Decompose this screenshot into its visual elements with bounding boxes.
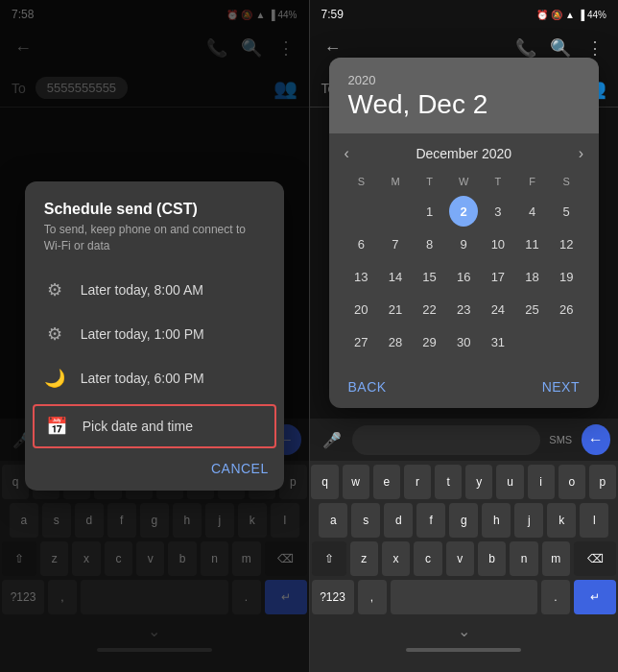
key-r-w[interactable]: w bbox=[343, 465, 369, 499]
key-r-c[interactable]: c bbox=[414, 541, 441, 576]
key-r-p[interactable]: p bbox=[589, 465, 616, 499]
key-r-k[interactable]: k bbox=[547, 503, 576, 538]
key-r-h[interactable]: h bbox=[482, 503, 511, 538]
dialog-option-1[interactable]: ⚙ Later today, 8:00 AM bbox=[25, 268, 284, 312]
cal-day-9[interactable]: 9 bbox=[449, 228, 478, 259]
dialog-option-3[interactable]: 🌙 Later today, 6:00 PM bbox=[25, 356, 284, 400]
key-r-z[interactable]: z bbox=[350, 541, 378, 576]
cal-day-26[interactable]: 26 bbox=[552, 294, 581, 324]
cal-day-11[interactable]: 11 bbox=[518, 228, 547, 259]
time-right: 7:59 bbox=[321, 8, 344, 21]
key-r-o[interactable]: o bbox=[559, 465, 585, 499]
weekday-t2: T bbox=[481, 172, 515, 191]
dialog-option-1-text: Later today, 8:00 AM bbox=[81, 282, 203, 298]
cal-day-6[interactable]: 6 bbox=[346, 228, 375, 259]
dialog-option-3-text: Later today, 6:00 PM bbox=[81, 371, 204, 386]
cal-day-4[interactable]: 4 bbox=[518, 196, 547, 227]
cal-day-28[interactable]: 28 bbox=[381, 326, 410, 357]
cal-day-14[interactable]: 14 bbox=[381, 261, 410, 292]
cal-year: 2020 bbox=[348, 73, 581, 87]
key-r-y[interactable]: y bbox=[465, 465, 492, 499]
key-r-num[interactable]: ?123 bbox=[312, 580, 354, 614]
right-panel: 7:59 ⏰ 🔕 ▲ ▐ 44% ← 📞 🔍 ⋮ To 5555555555 👥… bbox=[310, 0, 619, 672]
key-r-q[interactable]: q bbox=[311, 465, 338, 499]
key-r-v[interactable]: v bbox=[446, 541, 474, 576]
nav-chevron-right[interactable]: ⌄ bbox=[312, 618, 617, 644]
cal-day-24[interactable]: 24 bbox=[484, 294, 512, 324]
dialog-option-4[interactable]: 📅 Pick date and time bbox=[35, 406, 274, 446]
cal-day-10[interactable]: 10 bbox=[484, 228, 512, 259]
cal-day-18[interactable]: 18 bbox=[518, 261, 547, 292]
key-r-enter[interactable]: ↵ bbox=[574, 580, 616, 614]
cal-day-25[interactable]: 25 bbox=[518, 294, 547, 324]
cal-empty-1 bbox=[346, 196, 375, 227]
cancel-button[interactable]: Cancel bbox=[211, 461, 269, 476]
key-r-period[interactable]: . bbox=[541, 580, 570, 614]
calendar-modal: 2020 Wed, Dec 2 ‹ December 2020 › S M T … bbox=[329, 58, 600, 408]
key-r-space[interactable] bbox=[391, 580, 538, 614]
key-r-s[interactable]: s bbox=[351, 503, 380, 538]
cal-day-8[interactable]: 8 bbox=[416, 228, 444, 259]
cal-day-16[interactable]: 16 bbox=[449, 261, 478, 292]
dialog-subtitle: To send, keep phone on and connect to Wi… bbox=[25, 222, 284, 268]
keyboard-row-r4: ?123 , . ↵ bbox=[312, 580, 617, 614]
key-r-b[interactable]: b bbox=[478, 541, 506, 576]
key-r-a[interactable]: a bbox=[319, 503, 347, 538]
schedule-icon-2: ⚙ bbox=[44, 324, 65, 345]
key-r-e[interactable]: e bbox=[373, 465, 400, 499]
cal-empty-4 bbox=[552, 326, 581, 357]
alarm-icon-right: ⏰ bbox=[536, 10, 548, 20]
key-r-g[interactable]: g bbox=[449, 503, 478, 538]
cal-day-21[interactable]: 21 bbox=[381, 294, 410, 324]
key-r-l[interactable]: l bbox=[580, 503, 608, 538]
cal-weekdays: S M T W T F S bbox=[345, 172, 584, 191]
cal-day-23[interactable]: 23 bbox=[449, 294, 478, 324]
cal-day-13[interactable]: 13 bbox=[346, 261, 375, 292]
key-r-r[interactable]: r bbox=[404, 465, 431, 499]
bottom-bar-right bbox=[312, 644, 617, 654]
key-r-comma[interactable]: , bbox=[358, 580, 387, 614]
cal-day-17[interactable]: 17 bbox=[484, 261, 512, 292]
cal-day-29[interactable]: 29 bbox=[416, 326, 444, 357]
dialog-title: Schedule send (CST) bbox=[25, 201, 284, 222]
key-r-d[interactable]: d bbox=[384, 503, 413, 538]
cal-day-5[interactable]: 5 bbox=[552, 196, 581, 227]
key-r-n[interactable]: n bbox=[510, 541, 537, 576]
back-button[interactable]: Back bbox=[348, 379, 387, 395]
key-r-u[interactable]: u bbox=[496, 465, 523, 499]
key-r-backspace[interactable]: ⌫ bbox=[574, 541, 616, 576]
cal-day-22[interactable]: 22 bbox=[416, 294, 444, 324]
cal-day-19[interactable]: 19 bbox=[552, 261, 581, 292]
key-r-f[interactable]: f bbox=[416, 503, 445, 538]
cal-day-2[interactable]: 2 bbox=[449, 196, 478, 227]
cal-empty-2 bbox=[381, 196, 410, 227]
keyboard-row-r2: a s d f g h j k l bbox=[312, 503, 617, 538]
cal-day-1[interactable]: 1 bbox=[416, 196, 444, 227]
key-r-m[interactable]: m bbox=[542, 541, 570, 576]
cal-day-7[interactable]: 7 bbox=[381, 228, 410, 259]
key-r-shift[interactable]: ⇧ bbox=[312, 541, 346, 576]
mic-icon-right[interactable]: 🎤 bbox=[318, 424, 347, 455]
signal-icon-right: ▐ bbox=[578, 10, 584, 20]
send-button-right[interactable]: ← bbox=[582, 424, 611, 455]
cal-day-31[interactable]: 31 bbox=[484, 326, 512, 357]
cal-month-title: December 2020 bbox=[416, 146, 511, 161]
cal-next-arrow[interactable]: › bbox=[579, 145, 583, 162]
cal-days: 1 2 3 4 5 6 7 8 9 10 11 12 13 14 15 16 1… bbox=[345, 195, 584, 358]
key-r-i[interactable]: i bbox=[528, 465, 555, 499]
cal-month-nav: ‹ December 2020 › bbox=[345, 145, 584, 162]
key-r-x[interactable]: x bbox=[382, 541, 410, 576]
cal-day-20[interactable]: 20 bbox=[346, 294, 375, 324]
pick-date-container[interactable]: 📅 Pick date and time bbox=[33, 404, 276, 448]
key-r-j[interactable]: j bbox=[514, 503, 543, 538]
dialog-option-2[interactable]: ⚙ Later today, 1:00 PM bbox=[25, 312, 284, 356]
cal-day-27[interactable]: 27 bbox=[346, 326, 375, 357]
cal-day-30[interactable]: 30 bbox=[449, 326, 478, 357]
cal-day-12[interactable]: 12 bbox=[552, 228, 581, 259]
next-button[interactable]: Next bbox=[542, 379, 580, 395]
cal-day-15[interactable]: 15 bbox=[416, 261, 444, 292]
compose-input-right[interactable] bbox=[352, 425, 540, 455]
cal-prev-arrow[interactable]: ‹ bbox=[345, 145, 349, 162]
key-r-t[interactable]: t bbox=[435, 465, 462, 499]
cal-day-3[interactable]: 3 bbox=[484, 196, 512, 227]
